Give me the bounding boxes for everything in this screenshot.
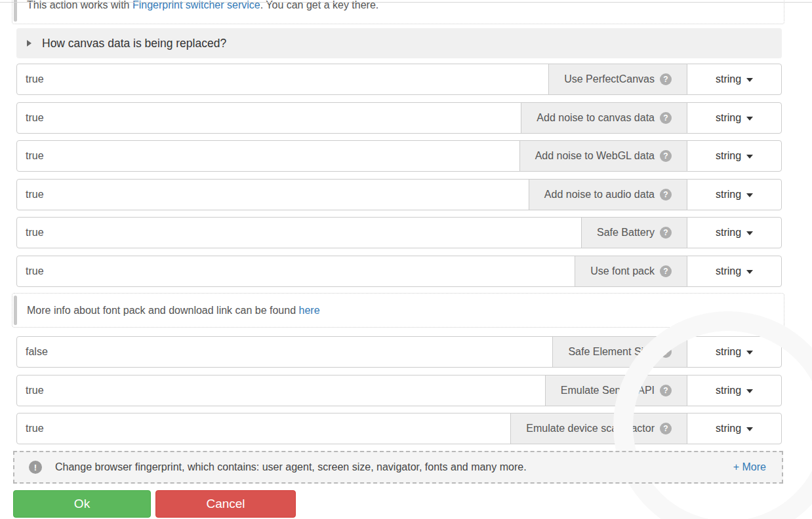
field-label-addon: Add noise to audio data ? <box>529 179 687 210</box>
note-left-bar <box>14 0 17 22</box>
field-label-addon: Safe Battery ? <box>581 217 687 248</box>
type-dropdown-button[interactable]: string <box>687 217 782 248</box>
type-dropdown-button[interactable]: string <box>687 336 782 368</box>
field-label-text: Use PerfectCanvas <box>564 73 655 85</box>
field-value-text: true <box>26 112 44 124</box>
field-value-text: true <box>26 265 44 277</box>
type-dropdown-button[interactable]: string <box>687 140 782 172</box>
type-dropdown-button[interactable]: string <box>687 375 782 406</box>
field-label-addon: Add noise to WebGL data ? <box>519 140 687 172</box>
caret-down-icon <box>746 155 753 159</box>
field-label-text: Add noise to canvas data <box>537 112 655 124</box>
field-label-text: Emulate device scale factor <box>526 423 655 434</box>
type-dropdown-label: string <box>716 112 741 124</box>
field-label-text: Add noise to WebGL data <box>535 150 655 162</box>
field-value-text: true <box>26 385 44 396</box>
type-dropdown-button[interactable]: string <box>687 256 782 287</box>
type-dropdown-label: string <box>716 423 741 434</box>
caret-down-icon <box>746 117 753 121</box>
caret-down-icon <box>746 351 753 355</box>
section-header-label: How canvas data is being replaced? <box>42 37 226 50</box>
help-icon[interactable]: ? <box>660 265 672 277</box>
config-field-row: true Emulate device scale factor ? strin… <box>16 413 782 444</box>
field-label-addon: Use font pack ? <box>575 256 687 287</box>
field-value-input[interactable]: true <box>16 413 511 444</box>
field-value-input[interactable]: true <box>16 217 582 248</box>
service-note: This action works with Fingerprint switc… <box>12 0 784 24</box>
config-field-row: true Add noise to audio data ? string <box>16 179 782 210</box>
container-top-border <box>0 2 812 3</box>
field-label-text: Safe Battery <box>597 227 655 239</box>
type-dropdown-label: string <box>716 346 741 358</box>
help-icon[interactable]: ? <box>660 189 672 201</box>
type-dropdown-button[interactable]: string <box>687 413 782 444</box>
font-pack-note: More info about font pack and download l… <box>12 293 784 328</box>
caret-down-icon <box>746 389 753 393</box>
help-icon[interactable]: ? <box>660 227 672 239</box>
type-dropdown-button[interactable]: string <box>687 179 782 210</box>
type-dropdown-label: string <box>716 385 741 396</box>
type-dropdown-label: string <box>716 189 741 201</box>
type-dropdown-label: string <box>716 265 741 277</box>
canvas-data-section-header[interactable]: How canvas data is being replaced? <box>16 28 782 58</box>
font-pack-here-link[interactable]: here <box>299 305 320 316</box>
field-value-text: true <box>26 73 44 85</box>
caret-down-icon <box>746 427 753 431</box>
field-value-input[interactable]: false <box>16 336 553 368</box>
field-label-addon: Add noise to canvas data ? <box>521 102 687 134</box>
config-field-row: true Emulate Sensor API ? string <box>16 375 782 406</box>
caret-down-icon <box>746 193 753 197</box>
config-field-row: true Use font pack ? string <box>16 256 782 287</box>
note-left-bar <box>14 296 17 325</box>
type-dropdown-label: string <box>716 73 741 85</box>
field-value-input[interactable]: true <box>16 102 521 134</box>
more-link[interactable]: + More <box>733 461 766 473</box>
help-icon[interactable]: ? <box>660 385 672 396</box>
config-field-row: true Use PerfectCanvas ? string <box>16 64 782 95</box>
type-dropdown-label: string <box>716 150 741 162</box>
caret-down-icon <box>746 270 753 274</box>
cancel-button[interactable]: Cancel <box>155 490 296 518</box>
field-label-addon: Safe Element Size ? <box>552 336 687 368</box>
caret-down-icon <box>746 78 753 82</box>
config-field-row: false Safe Element Size ? string <box>16 336 782 368</box>
help-icon[interactable]: ? <box>660 423 672 434</box>
field-value-text: true <box>26 227 44 239</box>
help-icon[interactable]: ? <box>660 73 672 85</box>
field-label-addon: Emulate device scale factor ? <box>510 413 687 444</box>
field-value-text: false <box>26 346 48 358</box>
field-value-text: true <box>26 423 44 434</box>
field-value-input[interactable]: true <box>16 375 546 406</box>
type-dropdown-button[interactable]: string <box>687 102 782 134</box>
config-field-row: true Add noise to WebGL data ? string <box>16 140 782 172</box>
field-label-text: Safe Element Size <box>568 346 655 358</box>
config-field-row: true Safe Battery ? string <box>16 217 782 248</box>
field-label-addon: Use PerfectCanvas ? <box>548 64 687 95</box>
info-exclamation-icon: ! <box>29 461 42 474</box>
field-label-text: Add noise to audio data <box>544 189 655 201</box>
font-pack-note-before: More info about font pack and download l… <box>27 305 299 316</box>
help-icon[interactable]: ? <box>660 346 672 358</box>
field-label-text: Emulate Sensor API <box>561 385 655 396</box>
help-icon[interactable]: ? <box>660 150 672 162</box>
type-dropdown-button[interactable]: string <box>687 64 782 95</box>
field-value-input[interactable]: true <box>16 179 529 210</box>
field-value-input[interactable]: true <box>16 64 549 95</box>
ok-button[interactable]: Ok <box>13 490 151 518</box>
fingerprint-summary-box: ! Change browser fingerprint, which cont… <box>13 451 783 484</box>
font-pack-note-text: More info about font pack and download l… <box>27 305 320 317</box>
caret-down-icon <box>746 231 753 235</box>
field-value-input[interactable]: true <box>16 140 520 172</box>
field-label-text: Use font pack <box>590 265 655 277</box>
fingerprint-summary-text: Change browser fingerprint, which contai… <box>55 461 527 473</box>
collapsed-arrow-icon <box>27 40 31 47</box>
help-icon[interactable]: ? <box>660 112 672 124</box>
field-value-text: true <box>26 150 44 162</box>
field-label-addon: Emulate Sensor API ? <box>545 375 687 406</box>
field-value-text: true <box>26 189 44 201</box>
type-dropdown-label: string <box>716 227 741 239</box>
config-field-row: true Add noise to canvas data ? string <box>16 102 782 134</box>
field-value-input[interactable]: true <box>16 256 575 287</box>
